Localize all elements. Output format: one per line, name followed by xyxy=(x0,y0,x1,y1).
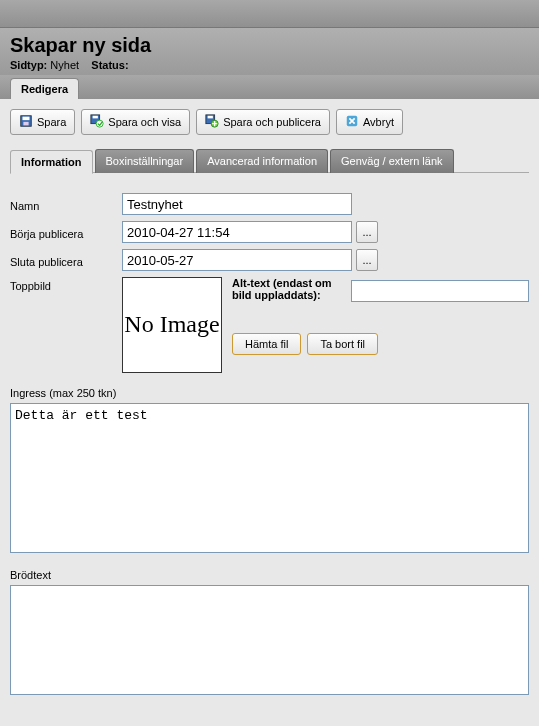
start-publish-label: Börja publicera xyxy=(10,225,122,240)
save-show-button[interactable]: Spara och visa xyxy=(81,109,190,135)
meta-line: Sidtyp: Nyhet Status: xyxy=(10,57,529,75)
start-publish-input[interactable] xyxy=(122,221,352,243)
svg-rect-7 xyxy=(208,116,213,119)
svg-rect-1 xyxy=(23,117,30,121)
save-publish-button[interactable]: Spara och publicera xyxy=(196,109,330,135)
content-panel: Spara Spara och visa Spara och publicera… xyxy=(0,99,539,707)
sidtyp-value: Nyhet xyxy=(50,59,79,71)
status-label: Status: xyxy=(91,59,128,71)
topimage-label: Toppbild xyxy=(10,277,122,292)
tab-redigera[interactable]: Redigera xyxy=(10,78,79,99)
image-placeholder: No Image xyxy=(122,277,222,373)
tab-genvag[interactable]: Genväg / extern länk xyxy=(330,149,454,173)
cancel-button[interactable]: Avbryt xyxy=(336,109,403,135)
fetch-file-button[interactable]: Hämta fil xyxy=(232,333,301,355)
ingress-textarea[interactable] xyxy=(10,403,529,553)
cancel-icon xyxy=(345,114,359,130)
save-publish-label: Spara och publicera xyxy=(223,116,321,128)
svg-rect-4 xyxy=(93,116,98,119)
ingress-label: Ingress (max 250 tkn) xyxy=(10,387,529,399)
save-icon xyxy=(19,114,33,130)
row-topimage: Toppbild No Image Alt-text (endast om bi… xyxy=(10,277,529,373)
window-header xyxy=(0,0,539,28)
svg-rect-2 xyxy=(23,122,28,126)
alt-text-label: Alt-text (endast om bild uppladdats): xyxy=(232,277,345,301)
end-publish-label: Sluta publicera xyxy=(10,253,122,268)
end-date-picker-button[interactable]: ... xyxy=(356,249,378,271)
body-textarea[interactable] xyxy=(10,585,529,695)
end-publish-input[interactable] xyxy=(122,249,352,271)
start-date-picker-button[interactable]: ... xyxy=(356,221,378,243)
row-start-publish: Börja publicera ... xyxy=(10,221,529,243)
remove-file-button[interactable]: Ta bort fil xyxy=(307,333,378,355)
alt-text-input[interactable] xyxy=(351,280,529,302)
main-tabs: Redigera xyxy=(0,75,539,99)
row-end-publish: Sluta publicera ... xyxy=(10,249,529,271)
row-name: Namn xyxy=(10,193,529,215)
sidtyp-label: Sidtyp: xyxy=(10,59,47,71)
subtabs: Information Boxinställningar Avancerad i… xyxy=(10,149,529,173)
title-area: Skapar ny sida Sidtyp: Nyhet Status: xyxy=(0,28,539,75)
topimage-right-col: Alt-text (endast om bild uppladdats): Hä… xyxy=(232,277,529,355)
name-label: Namn xyxy=(10,197,122,212)
toolbar: Spara Spara och visa Spara och publicera… xyxy=(10,109,529,135)
save-publish-icon xyxy=(205,114,219,130)
tab-avancerad[interactable]: Avancerad information xyxy=(196,149,328,173)
tab-information[interactable]: Information xyxy=(10,150,93,174)
save-show-icon xyxy=(90,114,104,130)
save-show-label: Spara och visa xyxy=(108,116,181,128)
save-button[interactable]: Spara xyxy=(10,109,75,135)
save-label: Spara xyxy=(37,116,66,128)
file-buttons: Hämta fil Ta bort fil xyxy=(232,333,529,355)
cancel-label: Avbryt xyxy=(363,116,394,128)
tab-boxinstallningar[interactable]: Boxinställningar xyxy=(95,149,195,173)
page-title: Skapar ny sida xyxy=(10,34,529,57)
body-label: Brödtext xyxy=(10,569,529,581)
name-input[interactable] xyxy=(122,193,352,215)
